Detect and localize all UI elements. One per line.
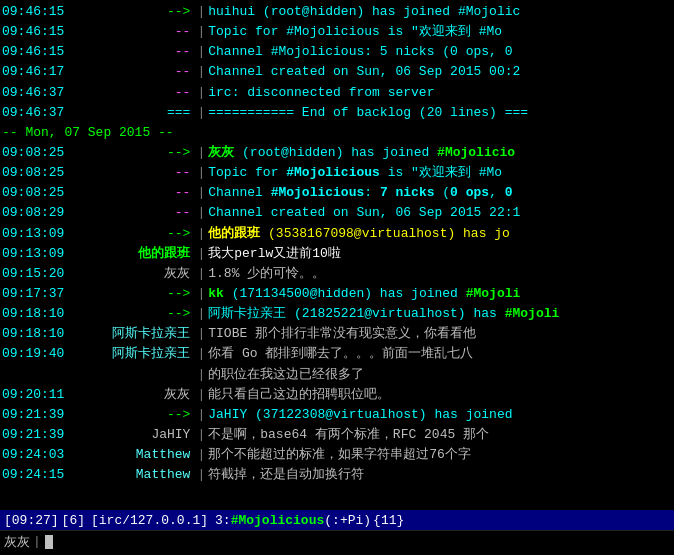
chat-line: 09:46:17 -- | Channel created on Sun, 06… <box>0 62 674 82</box>
timestamp: 09:17:37 <box>2 284 64 304</box>
timestamp: 09:08:25 <box>2 163 64 183</box>
nick: -- <box>64 42 194 62</box>
nick: -- <box>64 22 194 42</box>
message: Topic for #Mojolicious is "欢迎来到 #Mo <box>208 22 502 42</box>
message: JaHIY (37122308@virtualhost) has joined <box>208 405 512 425</box>
pipe-sep: | <box>197 163 205 183</box>
nick: --> <box>64 405 194 425</box>
pipe-sep: | <box>197 324 205 344</box>
timestamp: 09:08:25 <box>2 183 64 203</box>
status-channel-name: #Mojolicious <box>231 513 325 528</box>
chat-line: 09:17:37 --> | kk (171134500@hidden) has… <box>0 284 674 304</box>
pipe-sep: | <box>197 143 205 163</box>
chat-line: 09:08:29 -- | Channel created on Sun, 06… <box>0 203 674 223</box>
timestamp: 09:21:39 <box>2 405 64 425</box>
pipe-sep: | <box>197 2 205 22</box>
pipe-sep: | <box>197 183 205 203</box>
nick: Matthew <box>64 465 194 485</box>
input-bar[interactable]: 灰灰 | <box>0 530 674 552</box>
nick: === <box>64 103 194 123</box>
nick: --> <box>64 224 194 244</box>
timestamp: 09:20:11 <box>2 385 64 405</box>
pipe-sep: | <box>197 224 205 244</box>
chat-line: 09:24:03 Matthew | 那个不能超过的标准，如果字符串超过76个字 <box>0 445 674 465</box>
chat-line: 09:46:37 -- | irc: disconnected from ser… <box>0 83 674 103</box>
chat-line: 09:21:39 JaHIY | 不是啊，base64 有两个标准，RFC 20… <box>0 425 674 445</box>
pipe-sep: | <box>197 405 205 425</box>
input-separator: | <box>33 534 41 549</box>
chat-line: 09:46:15 -- | Topic for #Mojolicious is … <box>0 22 674 42</box>
message: 不是啊，base64 有两个标准，RFC 2045 那个 <box>208 425 489 445</box>
pipe-sep: | <box>197 385 205 405</box>
message: kk (171134500@hidden) has joined #Mojoli <box>208 284 520 304</box>
status-count: [6] <box>62 513 85 528</box>
nick: --> <box>64 304 194 324</box>
timestamp: 09:13:09 <box>2 224 64 244</box>
timestamp: 09:18:10 <box>2 304 64 324</box>
message: 灰灰 (root@hidden) has joined #Mojolicio <box>208 143 515 163</box>
status-channel-extra: {11} <box>373 513 404 528</box>
pipe-sep: | <box>197 42 205 62</box>
pipe-sep: | <box>197 365 205 385</box>
input-cursor <box>45 535 53 549</box>
pipe-sep: | <box>197 344 205 364</box>
status-bar: [09:27] [6] [irc/127.0.0.1] 3:#Mojolicio… <box>0 510 674 530</box>
chat-line: 09:20:11 灰灰 | 能只看自己这边的招聘职位吧。 <box>0 385 674 405</box>
nick: 阿斯卡拉亲王 <box>64 344 194 364</box>
status-channel-flags: (:+Pi) <box>324 513 371 528</box>
message: 他的跟班 (3538167098@virtualhost) has jo <box>208 224 510 244</box>
timestamp: 09:08:29 <box>2 203 64 223</box>
timestamp: 09:46:37 <box>2 103 64 123</box>
chat-line: 09:08:25 -- | Topic for #Mojolicious is … <box>0 163 674 183</box>
message: TIOBE 那个排行非常没有现实意义，你看看他 <box>208 324 476 344</box>
pipe-sep: | <box>197 425 205 445</box>
nick: JaHIY <box>64 425 194 445</box>
timestamp: 09:24:03 <box>2 445 64 465</box>
message: 1.8% 少的可怜。。 <box>208 264 325 284</box>
chat-line: 09:13:09 他的跟班 | 我大perlw又进前10啦 <box>0 244 674 264</box>
timestamp: 09:46:15 <box>2 2 64 22</box>
timestamp: 09:19:40 <box>2 344 64 364</box>
nick: Matthew <box>64 445 194 465</box>
timestamp: 09:46:37 <box>2 83 64 103</box>
chat-line: 09:08:25 --> | 灰灰 (root@hidden) has join… <box>0 143 674 163</box>
nick: -- <box>64 62 194 82</box>
chat-container: 09:46:15 --> | huihui (root@hidden) has … <box>0 0 674 510</box>
nick: 灰灰 <box>64 385 194 405</box>
pipe-sep: | <box>197 445 205 465</box>
pipe-sep: | <box>197 103 205 123</box>
status-time: [09:27] <box>4 513 59 528</box>
chat-line: 09:13:09 --> | 他的跟班 (3538167098@virtualh… <box>0 224 674 244</box>
nick: 他的跟班 <box>64 244 194 264</box>
message: 符截掉，还是自动加换行符 <box>208 465 364 485</box>
pipe-sep: | <box>197 465 205 485</box>
pipe-sep: | <box>197 62 205 82</box>
nick: --> <box>64 284 194 304</box>
pipe-sep: | <box>197 304 205 324</box>
pipe-sep: | <box>197 264 205 284</box>
message: 那个不能超过的标准，如果字符串超过76个字 <box>208 445 471 465</box>
pipe-sep: | <box>197 22 205 42</box>
message: 能只看自己这边的招聘职位吧。 <box>208 385 390 405</box>
chat-line: 09:18:10 阿斯卡拉亲王 | TIOBE 那个排行非常没有现实意义，你看看… <box>0 324 674 344</box>
chat-line: 09:24:15 Matthew | 符截掉，还是自动加换行符 <box>0 465 674 485</box>
message: Channel created on Sun, 06 Sep 2015 00:2 <box>208 62 520 82</box>
nick: 灰灰 <box>64 264 194 284</box>
message: 的职位在我这边已经很多了 <box>208 365 364 385</box>
timestamp: 09:13:09 <box>2 244 64 264</box>
timestamp: 09:08:25 <box>2 143 64 163</box>
message: Channel created on Sun, 06 Sep 2015 22:1 <box>208 203 520 223</box>
message: Channel #Mojolicious: 7 nicks (0 ops, 0 <box>208 183 512 203</box>
pipe-sep: | <box>197 83 205 103</box>
nick: -- <box>64 163 194 183</box>
timestamp: 09:46:15 <box>2 42 64 62</box>
chat-line: 09:15:20 灰灰 | 1.8% 少的可怜。。 <box>0 264 674 284</box>
status-network: [irc/127.0.0.1] <box>91 513 208 528</box>
message: 我大perlw又进前10啦 <box>208 244 341 264</box>
nick: --> <box>64 143 194 163</box>
nick: --> <box>64 2 194 22</box>
divider-text: -- Mon, 07 Sep 2015 -- <box>2 123 174 143</box>
chat-line: 09:21:39 --> | JaHIY (37122308@virtualho… <box>0 405 674 425</box>
message: 阿斯卡拉亲王 (21825221@virtualhost) has #Mojol… <box>208 304 559 324</box>
pipe-sep: | <box>197 244 205 264</box>
